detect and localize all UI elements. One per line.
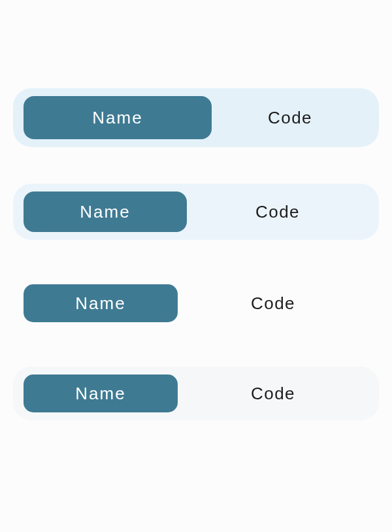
name-button-4[interactable]: Name <box>24 374 178 412</box>
name-button-1[interactable]: Name <box>24 96 212 139</box>
code-label-3[interactable]: Code <box>178 293 368 314</box>
toggle-row-4: Name Code <box>13 367 379 420</box>
name-button-2[interactable]: Name <box>24 191 187 232</box>
code-label-4[interactable]: Code <box>178 384 368 404</box>
code-label-1[interactable]: Code <box>212 108 368 128</box>
toggle-row-1: Name Code <box>13 88 379 147</box>
name-button-label: Name <box>75 384 125 404</box>
name-button-label: Name <box>80 202 130 222</box>
name-button-label: Name <box>75 293 125 314</box>
toggle-row-2: Name Code <box>13 184 379 240</box>
name-button-3[interactable]: Name <box>24 284 178 322</box>
code-label-2[interactable]: Code <box>187 202 368 222</box>
toggle-row-3: Name Code <box>13 276 379 330</box>
name-button-label: Name <box>92 108 142 128</box>
